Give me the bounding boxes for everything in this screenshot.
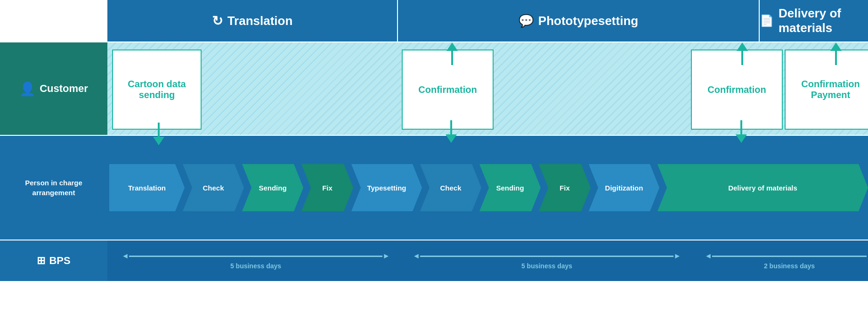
customer-label-cell: 👤 Customer xyxy=(0,41,107,136)
header-row: ↻ Translation 💬 Phototypesetting 📄 Deliv… xyxy=(0,0,868,41)
step-fix2: Fix xyxy=(539,164,591,211)
bps-text: BPS xyxy=(49,255,70,267)
grid-icon: ⊞ xyxy=(37,255,45,267)
workflow-diagram: ↻ Translation 💬 Phototypesetting 📄 Deliv… xyxy=(0,0,868,323)
bps-row: ⊞ BPS ◄ ► 5 business days ◄ ► 5 b xyxy=(0,240,868,281)
step-check2: Check xyxy=(420,164,481,211)
header-empty xyxy=(0,0,107,41)
timeline1: ◄ ► 5 business days xyxy=(122,252,390,270)
customer-content: Cartoon data sending Confirmation xyxy=(107,41,868,136)
photo-label: Phototypesetting xyxy=(538,14,638,28)
translation-label: Translation xyxy=(227,14,293,28)
arrow-payment-up xyxy=(830,42,842,65)
delivery-label: Delivery of materials xyxy=(779,6,868,35)
header-translation: ↻ Translation xyxy=(107,0,398,41)
translate-icon: ↻ xyxy=(212,13,223,29)
person-label-cell: Person in charge arrangement xyxy=(0,136,107,240)
arrow-confirm1-up xyxy=(446,42,458,65)
timeline3: ◄ ► 2 business days xyxy=(705,252,868,270)
customer-row: 👤 Customer Cartoon data sending Confirma… xyxy=(0,41,868,136)
timeline2-label: 5 business days xyxy=(521,262,572,270)
arrow-confirm1-down xyxy=(446,120,457,143)
person-icon: 👤 xyxy=(19,81,36,97)
bps-content: ◄ ► 5 business days ◄ ► 5 business days … xyxy=(107,240,868,281)
arrow-confirm2-down xyxy=(736,120,747,143)
timeline1-label: 5 business days xyxy=(230,262,281,270)
arrow-cartoon-down xyxy=(153,123,164,145)
step-translation: Translation xyxy=(109,164,185,211)
bps-label-cell: ⊞ BPS xyxy=(0,240,107,281)
process-row: Person in charge arrangement Translation… xyxy=(0,136,868,240)
timeline3-label: 2 business days xyxy=(764,262,815,270)
doc-icon: 📄 xyxy=(760,14,774,27)
step-delivery-materials: Delivery of materials xyxy=(657,164,868,211)
process-flow: Translation Check Sending Fix Typesettin… xyxy=(107,136,868,240)
chat-icon: 💬 xyxy=(519,14,534,28)
step-typesetting: Typesetting xyxy=(351,164,422,211)
step-sending1: Sending xyxy=(242,164,303,211)
step-check1: Check xyxy=(183,164,244,211)
header-delivery: 📄 Delivery of materials xyxy=(760,0,868,41)
person-charge-text: Person in charge arrangement xyxy=(5,178,103,198)
header-photo: 💬 Phototypesetting xyxy=(398,0,760,41)
cartoon-data-box: Cartoon data sending xyxy=(112,50,202,130)
step-fix1: Fix xyxy=(301,164,353,211)
confirmation-payment-box: Confirmation Payment xyxy=(785,50,868,130)
arrow-confirm2-up xyxy=(737,42,748,65)
step-sending2: Sending xyxy=(479,164,541,211)
customer-text: Customer xyxy=(40,83,88,95)
step-digitization: Digitization xyxy=(589,164,659,211)
timeline2: ◄ ► 5 business days xyxy=(413,252,681,270)
